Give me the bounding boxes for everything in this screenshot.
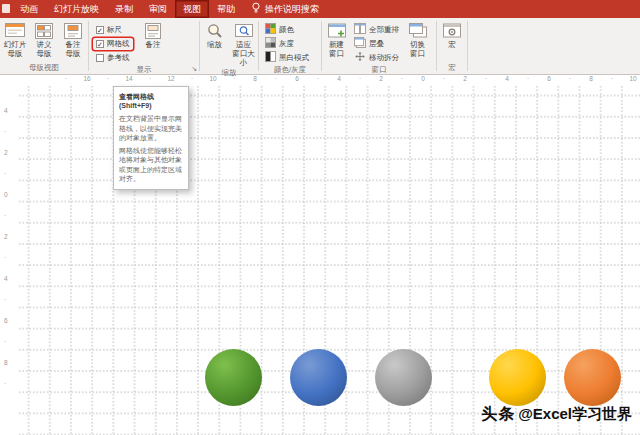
group-separator [467, 21, 468, 71]
notes-icon [145, 22, 161, 39]
button-label: 窗口 [410, 49, 425, 58]
vertical-ruler: 4·2·0·2·4·6·8· [0, 85, 18, 435]
cascade-icon [354, 37, 366, 50]
button-label: 窗口 [329, 49, 344, 58]
switch-windows-button[interactable]: 切换 窗口 [403, 20, 432, 58]
tab-review[interactable]: 审阅 [141, 0, 175, 18]
button-label: 黑白模式 [279, 53, 309, 63]
zoom-button[interactable]: 缩放 [200, 20, 229, 49]
button-label: 灰度 [279, 39, 294, 49]
fit-window-icon [235, 22, 253, 39]
switch-window-icon [409, 22, 427, 39]
group-label-macros: 宏 [437, 62, 467, 74]
checkbox-label: 参考线 [107, 53, 130, 63]
new-window-button[interactable]: 新建 窗口 [322, 20, 351, 58]
checkbox-label: 标尺 [107, 25, 122, 35]
sphere-orange[interactable] [564, 349, 621, 406]
sphere-blue[interactable] [290, 349, 347, 406]
arrange-all-button[interactable]: 全部重排 [351, 23, 403, 36]
button-label: 宏 [448, 40, 456, 49]
button-label: 窗口大小 [229, 49, 258, 67]
group-master-views: 幻灯片 母版 讲义 母版 备注 母版 母版视图 [0, 18, 88, 74]
button-label: 幻灯片 [4, 40, 27, 49]
move-split-button[interactable]: 移动拆分 [351, 51, 403, 64]
sphere-green[interactable] [205, 349, 262, 406]
button-label: 新建 [329, 40, 344, 49]
button-label: 颜色 [279, 25, 294, 35]
button-label: 备注 [66, 40, 81, 49]
macro-icon [443, 22, 461, 39]
tooltip-body: 网格线使您能够轻松地将对象与其他对象或页面上的特定区域对齐。 [119, 146, 183, 183]
slide-master-button[interactable]: 幻灯片 母版 [1, 20, 30, 58]
button-label: 层叠 [369, 39, 384, 49]
grayscale-button[interactable]: 灰度 [262, 37, 312, 50]
group-window: 新建 窗口 全部重排 层叠 移动拆分 [322, 18, 436, 74]
group-show: 标尺 网格线 参考线 备注 显示 [89, 18, 199, 74]
tooltip-body: 在文档背景中显示网格线，以便实现完美的对象放置。 [119, 114, 183, 142]
black-white-button[interactable]: 黑白模式 [262, 51, 312, 64]
tab-animation[interactable]: 动画 [12, 0, 46, 18]
group-color-grayscale: 颜色 灰度 黑白模式 颜色/灰度 [259, 18, 321, 74]
watermark-handle: @Excel学习世界 [518, 405, 632, 422]
horizontal-ruler: 16·14·12·10·8·6·4·2·0·2·4·6·8·10·· [18, 74, 640, 85]
button-label: 适应 [236, 40, 251, 49]
new-window-icon [328, 22, 346, 39]
notes-button[interactable]: 备注 [139, 20, 168, 49]
button-label: 母版 [37, 49, 52, 58]
notes-master-button[interactable]: 备注 母版 [59, 20, 88, 58]
button-label: 全部重排 [369, 25, 399, 35]
sphere-gray[interactable] [375, 349, 432, 406]
move-split-icon [354, 51, 366, 64]
dialog-launcher-icon[interactable]: ↘ [191, 65, 197, 73]
cropped-toolbar-fragment [2, 4, 10, 13]
tab-help[interactable]: 帮助 [209, 0, 243, 18]
button-label: 移动拆分 [369, 53, 399, 63]
ribbon-tab-bar: 动画 幻灯片放映 录制 审阅 视图 帮助 操作说明搜索 [0, 0, 640, 18]
zoom-icon [206, 22, 224, 39]
group-macros: 宏 宏 [437, 18, 467, 74]
grayscale-icon [265, 37, 276, 50]
notes-master-icon [64, 22, 82, 39]
slide-canvas[interactable]: 头条@Excel学习世界 [18, 85, 640, 435]
tooltip-title: 查看网格线 (Shift+F9) [119, 92, 183, 110]
tab-view[interactable]: 视图 [175, 0, 209, 18]
lightbulb-icon [251, 2, 261, 16]
cascade-button[interactable]: 层叠 [351, 37, 403, 50]
button-label: 讲义 [37, 40, 52, 49]
handout-master-button[interactable]: 讲义 母版 [30, 20, 59, 58]
tell-me-label: 操作说明搜索 [265, 3, 319, 16]
watermark-text: 头条@Excel学习世界 [481, 404, 632, 425]
group-zoom: 缩放 适应 窗口大小 缩放 [200, 18, 258, 74]
gridlines-checkbox[interactable]: 网格线 [93, 38, 133, 50]
checkbox-label: 网格线 [107, 39, 130, 49]
color-icon [265, 23, 276, 36]
powerpoint-window: 动画 幻灯片放映 录制 审阅 视图 帮助 操作说明搜索 幻灯片 母版 讲义 母版 [0, 0, 640, 435]
macros-button[interactable]: 宏 [438, 20, 467, 49]
slide-master-icon [5, 22, 25, 39]
arrange-all-icon [354, 23, 366, 36]
gridlines-tooltip: 查看网格线 (Shift+F9) 在文档背景中显示网格线，以便实现完美的对象放置… [113, 86, 189, 190]
button-label: 母版 [66, 49, 81, 58]
guides-checkbox[interactable]: 参考线 [93, 52, 133, 64]
ribbon: 幻灯片 母版 讲义 母版 备注 母版 母版视图 [0, 18, 640, 75]
button-label: 切换 [410, 40, 425, 49]
checkbox-icon [96, 40, 104, 48]
handout-master-icon [35, 22, 53, 39]
checkbox-icon [96, 26, 104, 34]
group-label-master-views: 母版视图 [0, 62, 88, 74]
fit-to-window-button[interactable]: 适应 窗口大小 [229, 20, 258, 67]
watermark-logo: 头条 [481, 405, 515, 422]
color-button[interactable]: 颜色 [262, 23, 312, 36]
blackwhite-icon [265, 51, 276, 64]
sphere-yellow[interactable] [489, 349, 546, 406]
tab-record[interactable]: 录制 [107, 0, 141, 18]
tab-slideshow[interactable]: 幻灯片放映 [46, 0, 107, 18]
ruler-checkbox[interactable]: 标尺 [93, 24, 133, 36]
tell-me-search[interactable]: 操作说明搜索 [243, 0, 327, 18]
button-label: 缩放 [207, 40, 222, 49]
button-label: 备注 [146, 40, 161, 49]
button-label: 母版 [8, 49, 23, 58]
checkbox-icon [96, 54, 104, 62]
